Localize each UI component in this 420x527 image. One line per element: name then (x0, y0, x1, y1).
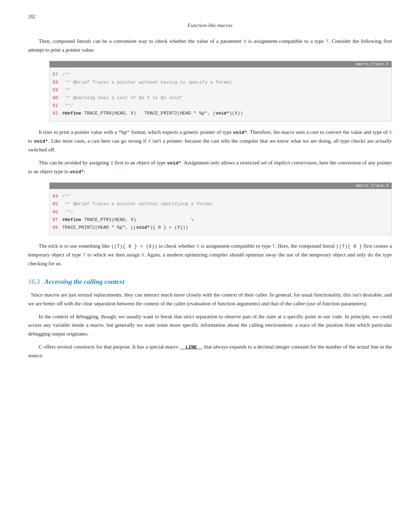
code-block-2-header: macro_trace.h (50, 183, 392, 189)
paragraph-2: It tries to print a pointer value with a… (28, 128, 392, 154)
code-line: 65 ** @brief Traces a pointer without sp… (50, 200, 392, 208)
code-line: 66 **/ (50, 208, 392, 216)
intro-paragraph: Then, compound literals can be a conveni… (28, 37, 392, 54)
paragraph-7: C offers several constructs for that pur… (28, 343, 392, 360)
section-heading: 16.3 Accessing the calling context (28, 278, 392, 286)
paragraph-3: This can be avoided by assigning X first… (28, 158, 392, 176)
code-block-1: macro_trace.h 57 /** 58 ** @brief Traces… (49, 61, 392, 122)
code-block-2: macro_trace.h 64 /** 65 ** @brief Traces… (49, 182, 392, 235)
chapter-title: Function-like macros (28, 22, 392, 28)
paragraph-4: The trick is to use something like ((T){… (28, 242, 392, 268)
paragraph-5: Since macros are just textual replacemen… (28, 291, 392, 308)
var-T-1: T (326, 39, 328, 44)
code-line: 67 #define TRACE_PTR1(HEAD, X) \ (50, 216, 392, 224)
page-number: 282 (28, 14, 392, 20)
code-block-2-body: 64 /** 65 ** @brief Traces a pointer wit… (50, 189, 392, 235)
line-macro: __LINE__ (180, 345, 203, 350)
code-block-1-header: macro_trace.h (50, 61, 392, 67)
code-line: 68 TRACE_PRINT2(HEAD " %p", ((void*){ 0 … (50, 224, 392, 232)
code-line: 60 ** @warning Uses a cast of @a X to @c… (50, 94, 392, 102)
code-line: 61 **/ (50, 102, 392, 110)
code-line: 62 #define TRACE_PTR0(HEAD, X) TRACE_PRI… (50, 110, 392, 117)
code-block-1-body: 57 /** 58 ** @brief Traces a pointer wit… (50, 67, 392, 121)
paragraph-6: In the context of debugging, though, we … (28, 312, 392, 338)
code-line: 58 ** @brief Traces a pointer without ha… (50, 79, 392, 86)
code-line: 59 ** (50, 86, 392, 94)
var-X-1: X (243, 39, 246, 44)
code-line: 64 /** (50, 193, 392, 200)
code-line: 57 /** (50, 71, 392, 79)
